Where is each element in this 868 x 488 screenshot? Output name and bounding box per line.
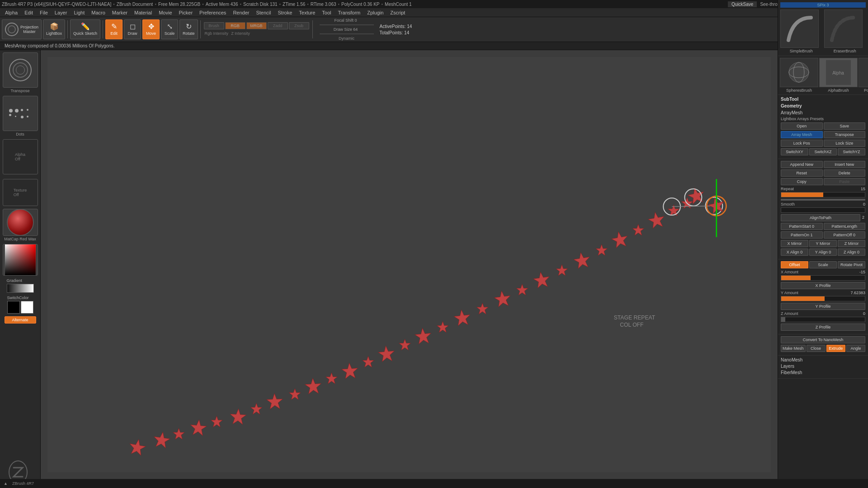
move-btn[interactable]: ✥ Move <box>142 19 160 39</box>
material-btn[interactable] <box>3 209 38 236</box>
angle-btn[interactable]: Angle <box>846 345 865 352</box>
menu-render[interactable]: Render <box>230 9 252 16</box>
menu-light[interactable]: Light <box>71 9 88 16</box>
sphere-brush-thumb[interactable] <box>780 58 818 87</box>
transpose-array-btn[interactable]: Transpose <box>824 131 866 138</box>
menu-alpha[interactable]: Alpha <box>2 9 21 16</box>
gradient-preview[interactable] <box>7 284 34 293</box>
alpha-btn[interactable]: AlphaOff <box>3 139 38 174</box>
layers-label[interactable]: Layers <box>781 364 865 369</box>
menu-preferences[interactable]: Preferences <box>196 9 229 16</box>
rotate-btn[interactable]: ↻ Rotate <box>179 19 198 39</box>
switch-colors[interactable] <box>7 301 33 314</box>
array-mesh-btn[interactable]: Array Mesh <box>781 131 823 138</box>
x-profile-btn[interactable]: X Profile <box>781 282 865 289</box>
z-amount-slider[interactable] <box>781 317 865 322</box>
z-mirror-btn[interactable]: Z Mirror <box>838 240 865 247</box>
delete-btn[interactable]: Delete <box>824 169 866 177</box>
mrgb-mode-btn[interactable]: MRGB <box>246 22 267 29</box>
close-btn[interactable]: Close <box>807 345 826 352</box>
array-mesh-title[interactable]: ArrayMesh <box>781 110 865 115</box>
pattern-start-btn[interactable]: PatternStart 0 <box>781 223 823 230</box>
quick-sketch-btn[interactable]: ✏️ Quick Sketch <box>70 19 100 39</box>
zadd-btn[interactable]: Zadd <box>268 22 288 29</box>
convert-nanomesh-btn[interactable]: Convert To NanoMesh <box>781 336 865 343</box>
open-btn[interactable]: Open <box>781 122 823 130</box>
switch-xz-btn[interactable]: SwitchXZ <box>809 148 837 155</box>
brush-btn[interactable]: Brush <box>204 22 224 29</box>
color-picker-preview[interactable] <box>5 244 36 276</box>
dot-brush-btn[interactable] <box>3 96 38 131</box>
extrude-btn[interactable]: Extrude <box>826 345 845 352</box>
x-amount-slider[interactable] <box>781 275 865 281</box>
save-btn[interactable]: Save <box>824 122 866 130</box>
scale-btn[interactable]: ⤡ Scale <box>161 19 178 39</box>
menu-macro[interactable]: Macro <box>88 9 108 16</box>
eraser-brush-thumb[interactable] <box>824 9 863 48</box>
swatch-black[interactable] <box>7 301 20 314</box>
alternate-btn[interactable]: Alternate <box>5 316 36 324</box>
switch-xy-btn[interactable]: SwitchXY <box>781 148 808 155</box>
texture-btn[interactable]: TextureOff <box>3 179 38 206</box>
menu-material[interactable]: Material <box>131 9 155 16</box>
smooth-slider[interactable] <box>781 207 865 213</box>
focal-shift-slider[interactable] <box>320 24 374 25</box>
canvas-area[interactable]: STAGE REPEAT COL OFF <box>41 50 778 479</box>
y-amount-slider[interactable] <box>781 296 865 301</box>
append-new-btn[interactable]: Append New <box>781 161 823 168</box>
geometry-title[interactable]: Geometry <box>781 103 865 108</box>
menu-stroke[interactable]: Stroke <box>274 9 295 16</box>
menu-zplugin[interactable]: Zplugin <box>364 9 387 16</box>
menu-marker[interactable]: Marker <box>109 9 131 16</box>
z-profile-btn[interactable]: Z Profile <box>781 324 865 331</box>
pattern-length-btn[interactable]: PatternLength <box>824 223 866 230</box>
edit-btn[interactable]: ✎ Edit <box>105 19 123 39</box>
menu-texture[interactable]: Texture <box>296 9 318 16</box>
menu-picker[interactable]: Picker <box>176 9 196 16</box>
color-picker-btn[interactable] <box>3 244 38 276</box>
rotate-pivot-btn[interactable]: Rotate Pivot <box>838 261 865 268</box>
menu-tool[interactable]: Tool <box>319 9 334 16</box>
menu-movie[interactable]: Movie <box>156 9 175 16</box>
menu-transform[interactable]: Transform <box>335 9 364 16</box>
draw-size-slider[interactable] <box>320 33 374 34</box>
quicksave-btn[interactable]: QuickSave <box>728 1 757 7</box>
simple-brush-thumb[interactable] <box>780 9 819 48</box>
y-mirror-btn[interactable]: Y Mirror <box>809 240 837 247</box>
lock-pos-btn[interactable]: Lock Pos <box>781 140 823 147</box>
subtool-title[interactable]: SubTool <box>781 97 865 102</box>
nanomesh-label[interactable]: NanoMesh <box>781 357 865 362</box>
canvas-inner[interactable]: STAGE REPEAT COL OFF <box>47 57 771 472</box>
polymesh3d-1-thumb[interactable] <box>859 58 868 87</box>
dynamic-label[interactable]: Dynamic <box>339 36 354 41</box>
pattern-on-btn[interactable]: PatternOn 1 <box>781 231 823 239</box>
pattern-off-btn[interactable]: PatternOff 0 <box>824 231 866 239</box>
z-align-btn[interactable]: Z Align 0 <box>838 249 865 256</box>
menu-stencil[interactable]: Stencil <box>253 9 274 16</box>
y-align-btn[interactable]: Y Align 0 <box>809 249 837 256</box>
switch-yz-btn[interactable]: SwitchYZ <box>838 148 865 155</box>
swatch-white[interactable] <box>21 301 33 314</box>
menu-layer[interactable]: Layer <box>52 9 71 16</box>
menu-edit[interactable]: Edit <box>21 9 36 16</box>
draw-btn[interactable]: ◻ Draw <box>124 19 141 39</box>
repeat-sub-slider[interactable] <box>781 199 865 201</box>
align-to-path-btn[interactable]: AlignToPath <box>781 214 860 221</box>
menu-zscript[interactable]: Zscript <box>387 9 408 16</box>
x-mirror-btn[interactable]: X Mirror <box>781 240 808 247</box>
x-align-btn[interactable]: X Align 0 <box>781 249 808 256</box>
lightbox-btn[interactable]: 📦 LightBox <box>43 19 65 39</box>
fibermesh-label[interactable]: FiberMesh <box>781 370 865 375</box>
menu-file[interactable]: File <box>37 9 51 16</box>
reset-btn[interactable]: Reset <box>781 169 823 177</box>
rgb-mode-btn[interactable]: RGB <box>225 22 245 29</box>
transform-gyro[interactable] <box>3 52 38 88</box>
projection-master-btn[interactable]: Projection Master <box>2 19 42 39</box>
offset-tab-btn[interactable]: Offset <box>781 261 808 268</box>
y-profile-btn[interactable]: Y Profile <box>781 303 865 310</box>
lock-size-btn[interactable]: Lock Size <box>824 140 866 147</box>
zsub-btn[interactable]: Zsub <box>289 22 309 29</box>
insert-new-btn[interactable]: Insert New <box>824 161 866 168</box>
make-mesh-btn[interactable]: Make Mesh <box>781 345 806 352</box>
copy-btn[interactable]: Copy <box>781 178 823 185</box>
